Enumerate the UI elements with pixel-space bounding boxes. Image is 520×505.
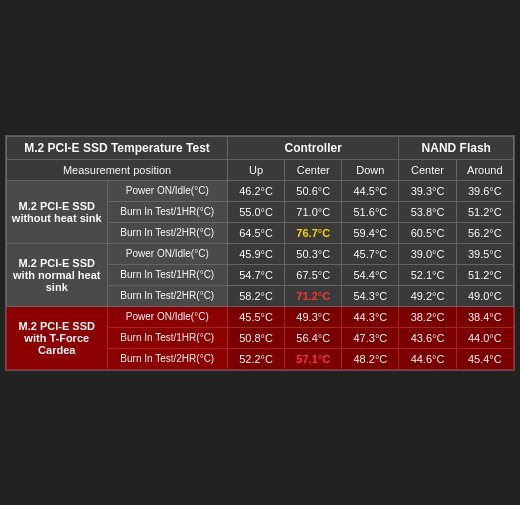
data-cell: 71.0°C (285, 201, 342, 222)
nand-flash-header: NAND Flash (399, 136, 514, 159)
data-cell: 52.2°C (228, 348, 285, 369)
data-cell: 39.5°C (456, 243, 513, 264)
data-cell: 39.3°C (399, 180, 456, 201)
data-cell: 51.2°C (456, 264, 513, 285)
data-cell: 56.4°C (285, 327, 342, 348)
around-header: Around (456, 159, 513, 180)
data-cell: 44.3°C (342, 306, 399, 327)
data-cell: 50.3°C (285, 243, 342, 264)
data-cell: 45.9°C (228, 243, 285, 264)
data-cell: 58.2°C (228, 285, 285, 306)
data-cell: 50.6°C (285, 180, 342, 201)
data-cell: 54.4°C (342, 264, 399, 285)
measurement-header: Measurement position (7, 159, 228, 180)
test-label: Burn In Test/1HR(°C) (107, 327, 228, 348)
table-row: M.2 PCI-E SSDwithout heat sink Power ON/… (7, 180, 514, 201)
data-cell: 46.2°C (228, 180, 285, 201)
test-label: Burn In Test/2HR(°C) (107, 285, 228, 306)
data-cell: 51.2°C (456, 201, 513, 222)
table-title: M.2 PCI-E SSD Temperature Test (7, 136, 228, 159)
section-label-1: M.2 PCI-E SSDwith normal heat sink (7, 243, 108, 306)
center1-header: Center (285, 159, 342, 180)
data-cell: 60.5°C (399, 222, 456, 243)
section-label-2: M.2 PCI-E SSDwith T-Force Cardea (7, 306, 108, 369)
data-cell-highlight: 71.2°C (285, 285, 342, 306)
test-label: Burn In Test/1HR(°C) (107, 201, 228, 222)
data-cell: 45.5°C (228, 306, 285, 327)
data-cell-highlight: 76.7°C (285, 222, 342, 243)
controller-header: Controller (228, 136, 399, 159)
test-label: Power ON/Idle(°C) (107, 306, 228, 327)
table-row: M.2 PCI-E SSDwith T-Force Cardea Power O… (7, 306, 514, 327)
section-label-0: M.2 PCI-E SSDwithout heat sink (7, 180, 108, 243)
data-cell: 54.7°C (228, 264, 285, 285)
data-cell: 45.7°C (342, 243, 399, 264)
test-label: Power ON/Idle(°C) (107, 180, 228, 201)
data-cell: 38.4°C (456, 306, 513, 327)
data-cell: 49.0°C (456, 285, 513, 306)
data-cell: 67.5°C (285, 264, 342, 285)
temperature-table: M.2 PCI-E SSD Temperature Test Controlle… (5, 135, 515, 371)
data-cell-highlight: 57.1°C (285, 348, 342, 369)
data-cell: 59.4°C (342, 222, 399, 243)
data-cell: 44.6°C (399, 348, 456, 369)
data-cell: 64.5°C (228, 222, 285, 243)
down-header: Down (342, 159, 399, 180)
data-cell: 53.8°C (399, 201, 456, 222)
data-cell: 39.6°C (456, 180, 513, 201)
center2-header: Center (399, 159, 456, 180)
data-cell: 45.4°C (456, 348, 513, 369)
up-header: Up (228, 159, 285, 180)
data-cell: 50.8°C (228, 327, 285, 348)
data-cell: 49.2°C (399, 285, 456, 306)
data-cell: 52.1°C (399, 264, 456, 285)
test-label: Burn In Test/1HR(°C) (107, 264, 228, 285)
data-cell: 44.0°C (456, 327, 513, 348)
test-label: Burn In Test/2HR(°C) (107, 348, 228, 369)
test-label: Burn In Test/2HR(°C) (107, 222, 228, 243)
data-cell: 44.5°C (342, 180, 399, 201)
data-cell: 56.2°C (456, 222, 513, 243)
data-cell: 49.3°C (285, 306, 342, 327)
data-cell: 51.6°C (342, 201, 399, 222)
data-cell: 38.2°C (399, 306, 456, 327)
table-row: M.2 PCI-E SSDwith normal heat sink Power… (7, 243, 514, 264)
data-cell: 55.0°C (228, 201, 285, 222)
data-cell: 39.0°C (399, 243, 456, 264)
data-cell: 48.2°C (342, 348, 399, 369)
data-cell: 43.6°C (399, 327, 456, 348)
data-cell: 47.3°C (342, 327, 399, 348)
data-cell: 54.3°C (342, 285, 399, 306)
test-label: Power ON/Idle(°C) (107, 243, 228, 264)
